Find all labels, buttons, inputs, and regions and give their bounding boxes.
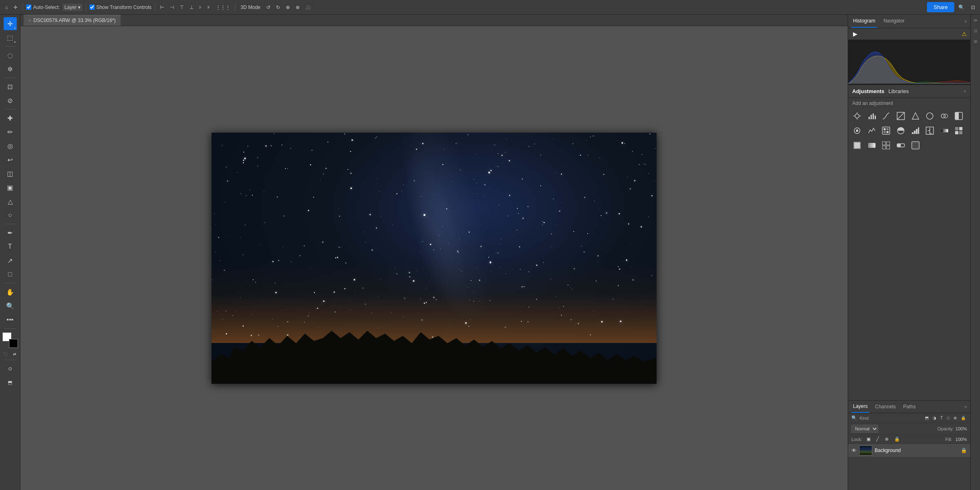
brightness2-adj[interactable] [895,140,906,151]
gradientmap-adj[interactable] [939,125,950,136]
canvas-viewport[interactable] [20,26,848,490]
auto-select-checkbox[interactable]: Auto-Select: [26,4,60,10]
histogram-play[interactable]: ▶ [851,30,859,38]
tab-libraries[interactable]: Libraries [889,88,909,94]
pattern-adj[interactable] [880,140,892,151]
lock-artboard[interactable]: 🔒 [893,436,901,442]
distribute[interactable]: ⋮⋮⋮ [214,4,232,11]
dodge-tool[interactable]: ○ [4,209,17,222]
filter-smart[interactable]: ⊕ [952,415,958,421]
tab-channels[interactable]: Channels [873,401,898,412]
layer-visibility-icon[interactable]: 👁 [851,448,857,454]
collapse-panel-icon[interactable]: ≫ [972,16,979,24]
histogram-menu[interactable]: ≡ [964,19,967,24]
screen-mode[interactable]: ⬒ [4,376,17,389]
lock-position[interactable]: ⊕ [884,436,890,442]
invert-adj[interactable] [895,125,906,136]
fill-value[interactable]: 100% [956,437,967,442]
show-transform-checkbox[interactable]: Show Transform Controls [89,4,151,10]
filter-type[interactable]: T [939,415,944,421]
filter-pixel[interactable]: ⬒ [924,415,930,421]
quick-mask[interactable]: ⊙ [4,362,17,375]
gradient-tool[interactable]: ▣ [4,181,17,194]
background-color[interactable] [9,339,18,348]
background-layer[interactable]: 👁 Background 🔒 [848,444,970,457]
path-select[interactable]: ↗ [4,254,17,267]
lock-transparent[interactable]: ▣ [865,436,872,442]
filter-adj[interactable]: ◑ [931,415,938,421]
3d-extra3[interactable]: 🎥 [304,4,313,11]
tab-adjustments[interactable]: Adjustments [852,88,884,94]
rotate-left[interactable]: ↺ [265,4,272,11]
colorbalance-adj[interactable] [939,110,950,122]
quick-select[interactable]: ✲ [4,62,17,76]
gradient-adj[interactable] [866,140,878,151]
filter-lock[interactable]: 🔒 [960,415,967,421]
3d-extra1[interactable]: ⊕ [284,4,292,11]
blur-tool[interactable]: △ [4,195,17,208]
search-button[interactable]: 🔍 [957,4,966,11]
share-button[interactable]: Share [927,2,954,12]
default-colors[interactable]: ⬛ [2,350,9,358]
layers-menu[interactable]: ≡ [964,405,967,409]
shape-tool[interactable]: □ [4,268,17,281]
brightness-adj[interactable] [851,110,863,122]
lock-image[interactable]: ╱ [875,436,880,442]
solidcolor-adj[interactable] [851,140,863,151]
bw-adj[interactable] [953,110,964,122]
more-tools[interactable]: ••• [4,313,17,326]
levels-adj[interactable] [866,110,878,122]
document-tab[interactable]: × DSC00579.ARW @ 33.3% (RGB/16*) [24,15,121,26]
eraser-tool[interactable]: ◫ [4,167,17,180]
history-brush[interactable]: ↩ [4,153,17,166]
stamp-tool[interactable]: ◎ [4,139,17,152]
align-right[interactable]: ⊤ [178,4,185,11]
photofilter-adj[interactable] [851,125,863,136]
filter-shape[interactable]: □ [946,415,951,421]
blend-mode-select[interactable]: Normal [851,425,878,433]
tab-navigator[interactable]: Navigator [882,15,906,28]
opacity-value[interactable]: 100% [956,426,967,431]
home-button[interactable]: ⌂ [3,4,9,11]
fullscreen-button[interactable]: ⊡ [969,4,977,11]
align-left[interactable]: ⊢ [158,4,166,11]
lookup-adj[interactable] [910,140,921,151]
type-tool[interactable]: T [4,240,17,253]
colormatch-adj[interactable] [880,125,892,136]
align-top[interactable]: ⊥ [188,4,195,11]
eyedropper-tool[interactable]: ⊘ [4,94,17,107]
hsl-adj[interactable] [924,110,935,122]
selectivecolor-adj[interactable] [953,125,964,136]
brush-tool[interactable]: ✏ [4,125,17,138]
zoom-tool[interactable]: 🔍 [4,299,17,312]
tab-histogram[interactable]: Histogram [851,15,877,28]
move-tool[interactable]: ✛▸ [4,17,17,30]
3d-mode-button[interactable]: 3D Mode [239,4,262,11]
tab-paths[interactable]: Paths [902,401,918,412]
threshold-adj[interactable] [924,125,935,136]
crop-tool[interactable]: ⊡ [4,80,17,93]
adjustments-menu[interactable]: ≡ [964,89,966,94]
switch-colors[interactable]: ⇄ [11,350,18,358]
exposure-adj[interactable] [895,110,906,122]
heal-brush[interactable]: ✚ [4,111,17,125]
align-center-v[interactable]: ⊦ [198,4,203,11]
lasso-tool[interactable]: ◌ [4,49,17,62]
vibrance-adj[interactable] [910,110,921,122]
rotate-right[interactable]: ↻ [274,4,282,11]
layer-dropdown[interactable]: Layer ▾ [62,4,82,11]
3d-extra2[interactable]: ⊗ [294,4,301,11]
hand-tool[interactable]: ✋ [4,285,17,298]
move-tool-button[interactable]: ✛ [12,4,19,11]
tab-layers[interactable]: Layers [851,401,869,413]
channelmixer-adj[interactable] [866,125,878,136]
marquee-tool[interactable]: ⬚▸ [4,31,17,44]
align-bottom[interactable]: ⊧ [206,4,212,11]
pen-tool[interactable]: ✒ [4,226,17,239]
panel-control-2[interactable]: ⊞ [972,38,979,45]
tab-close-icon[interactable]: × [29,18,31,23]
curves-adj[interactable] [880,110,892,122]
align-center-h[interactable]: ⊣ [168,4,176,11]
posterize-adj[interactable] [910,125,921,136]
panel-control-1[interactable]: ⊟ [972,27,979,34]
